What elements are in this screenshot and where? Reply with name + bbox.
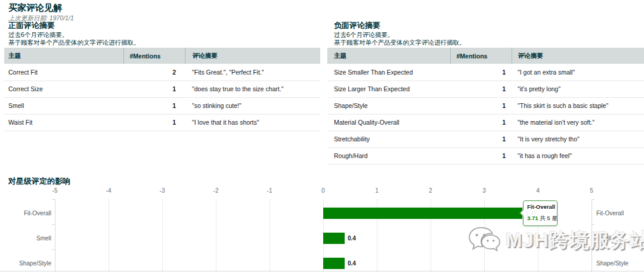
gridline (216, 199, 216, 272)
category-label-left: Shape/Style (0, 260, 51, 267)
cell-topic: Stretchability (327, 131, 450, 147)
cell-sum: "so stinking cute!" (185, 97, 320, 114)
negative-subtitle-line2: 基于顾客对单个产品变体的文字评论进行摘取。 (334, 39, 466, 47)
gridline (162, 199, 163, 272)
tooltip-value: 3.71 (527, 215, 538, 221)
bar-smell[interactable] (323, 233, 345, 244)
column-header-mentions: #Mentions (123, 48, 185, 64)
x-axis-tick-label: -1 (267, 187, 273, 194)
y-axis-left (55, 199, 55, 272)
column-header-topic: 主题 (4, 48, 123, 64)
table-header-row: 主题 #Mentions 评论摘要 (4, 48, 320, 64)
table-row: Rough/Hard1"it has a rough feel" (327, 147, 644, 164)
tooltip-category: Fit-Overall (527, 203, 554, 210)
negative-subtitle-line1: 过去6个月评论摘要。 (334, 31, 466, 39)
x-axis-tick-label: 4 (536, 187, 540, 194)
cell-ment: 1 (123, 114, 185, 131)
table-row: Correct Size1"does stay true to the size… (4, 81, 320, 97)
axis-tick (52, 224, 55, 225)
cell-sum: "I got an extra small" (512, 64, 644, 81)
column-header-summary: 评论摘要 (512, 48, 644, 64)
column-header-mentions: #Mentions (450, 48, 512, 64)
bar-tooltip: Fit-Overall 3.71 共 5 星 (523, 200, 558, 226)
positive-reviews-table: 主题 #Mentions 评论摘要 Correct Fit2"Fits Grea… (4, 48, 320, 131)
axis-tick (592, 224, 595, 225)
cell-ment: 1 (450, 97, 512, 114)
cell-topic: Shape/Style (327, 97, 450, 114)
gridline (109, 199, 109, 272)
cell-sum: "it has a rough feel" (512, 147, 644, 164)
x-axis-tick-label: 0 (321, 187, 325, 194)
cell-topic: Waist Fit (4, 114, 123, 131)
category-label-left: Smell (0, 235, 51, 242)
axis-tick (52, 249, 55, 250)
cell-ment: 1 (450, 131, 512, 147)
category-label-right: Smell (596, 235, 643, 242)
negative-reviews-table: 主题 #Mentions 评论摘要 Size Smaller Than Expe… (327, 48, 644, 165)
table-row: Waist Fit1"I love that it has shorts" (4, 114, 320, 131)
positive-subtitle-line2: 基于顾客对单个产品变体的文字评论进行摘取。 (8, 39, 140, 47)
cell-sum: "This skirt is such a basic staple" (512, 97, 644, 114)
cell-ment: 1 (123, 81, 185, 97)
table-header-row: 主题 #Mentions 评论摘要 (327, 48, 644, 64)
cell-sum: "the material isn't very soft." (512, 114, 644, 131)
table-row: Material Quality-Overall1"the material i… (327, 114, 644, 131)
x-axis-tick-label: 3 (482, 187, 486, 194)
x-axis-tick-label: -2 (213, 187, 219, 194)
x-axis-tick-label: -5 (52, 187, 58, 194)
table-row: Shape/Style1"This skirt is such a basic … (327, 97, 644, 114)
cell-ment: 1 (450, 81, 512, 97)
positive-subtitle-line1: 过去6个月评论摘要。 (8, 31, 140, 39)
x-axis-tick-label: 1 (375, 187, 379, 194)
table-row: Smell1"so stinking cute!" (4, 97, 320, 114)
star-rating-impact-chart: Fit-Overall 3.71 共 5 星 -5-4-3-2-1012345F… (0, 185, 644, 272)
bottom-divider (0, 271, 644, 271)
cell-ment: 2 (123, 64, 185, 81)
cell-ment: 1 (450, 147, 512, 164)
negative-section-title: 负面评论摘要 (334, 20, 380, 31)
negative-section-subtitle: 过去6个月评论摘要。 基于顾客对单个产品变体的文字评论进行摘取。 (334, 31, 466, 47)
gridline (270, 199, 270, 272)
positive-section-title: 正面评论摘要 (8, 20, 55, 31)
cell-topic: Correct Size (4, 81, 123, 97)
cell-sum: "Fits Great.", "Perfect Fit." (185, 64, 320, 81)
cell-sum: "It is very stretchy tho" (512, 131, 644, 147)
y-axis-right (592, 199, 592, 272)
column-header-topic: 主题 (327, 48, 450, 64)
axis-tick (52, 199, 55, 200)
category-label-right: Fit-Overall (596, 210, 643, 217)
cell-topic: Material Quality-Overall (327, 114, 450, 131)
tooltip-value-line: 3.71 共 5 星 (527, 215, 554, 222)
x-axis-tick-label: -4 (106, 187, 112, 194)
cell-ment: 1 (450, 64, 512, 81)
table-row: Stretchability1"It is very stretchy tho" (327, 131, 644, 147)
positive-section-subtitle: 过去6个月评论摘要。 基于顾客对单个产品变体的文字评论进行摘取。 (8, 31, 140, 47)
cell-topic: Size Larger Than Expected (327, 81, 450, 97)
x-axis-tick-label: 2 (429, 187, 432, 194)
table-row: Size Larger Than Expected1"it's pretty l… (327, 81, 644, 97)
cell-topic: Smell (4, 97, 123, 114)
bar-value-label: 0.4 (348, 260, 356, 267)
bar-fit-overall[interactable] (323, 208, 522, 219)
x-axis-tick-label: 5 (590, 187, 593, 194)
cell-topic: Rough/Hard (327, 147, 450, 164)
cell-ment: 1 (123, 97, 185, 114)
tooltip-suffix: 共 5 星 (540, 215, 558, 221)
cell-topic: Size Smaller Than Expected (327, 64, 450, 81)
category-label-left: Fit-Overall (0, 210, 51, 217)
cell-topic: Correct Fit (4, 64, 123, 81)
page-title: 买家评论见解 (8, 2, 62, 14)
column-header-summary: 评论摘要 (185, 48, 320, 64)
cell-sum: "does stay true to the size chart." (185, 81, 320, 97)
category-label-right: Shape/Style (596, 260, 643, 267)
axis-tick (592, 249, 595, 250)
table-row: Size Smaller Than Expected1"I got an ext… (327, 64, 644, 81)
cell-sum: "it's pretty long" (512, 81, 644, 97)
table-row: Correct Fit2"Fits Great.", "Perfect Fit.… (4, 64, 320, 81)
x-axis-tick-label: -3 (160, 187, 165, 194)
cell-sum: "I love that it has shorts" (185, 114, 320, 131)
axis-tick (592, 199, 595, 200)
cell-ment: 1 (450, 114, 512, 131)
bar-value-label: 0.4 (348, 235, 356, 242)
bar-shape-style[interactable] (323, 258, 345, 269)
